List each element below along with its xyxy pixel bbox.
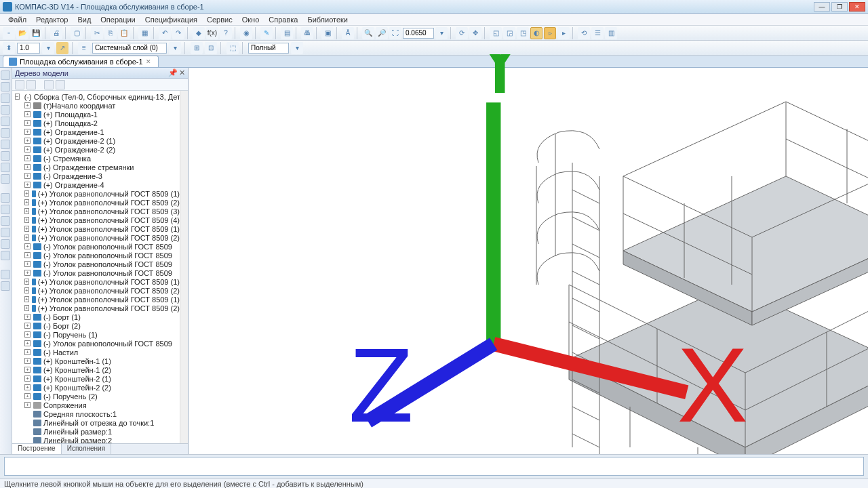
ptool-2[interactable]: [26, 80, 36, 89]
menu-operations[interactable]: Операции: [96, 14, 139, 25]
menu-libraries[interactable]: Библиотеки: [303, 14, 352, 25]
expand-icon[interactable]: +: [24, 261, 31, 267]
grid-icon[interactable]: ▤: [281, 27, 293, 39]
view4-icon[interactable]: ◐: [530, 27, 542, 39]
snap3-icon[interactable]: ⬚: [226, 42, 239, 54]
expand-icon[interactable]: +: [24, 208, 29, 214]
view1-icon[interactable]: ◱: [490, 27, 502, 39]
tree-item-label[interactable]: (т)Начало координат: [43, 102, 115, 110]
brush-icon[interactable]: ✎: [260, 27, 273, 39]
copy-icon[interactable]: ⎘: [104, 27, 117, 39]
lib-icon[interactable]: ◆: [193, 27, 205, 39]
new-win-icon[interactable]: ▣: [321, 27, 334, 39]
expand-icon[interactable]: +: [24, 199, 29, 205]
expand-icon[interactable]: +: [24, 173, 31, 179]
tree-item-label[interactable]: (+) Уголок равнополочный ГОСТ 8509 (2): [38, 199, 180, 207]
tree-item-label[interactable]: Средняя плоскость:1: [43, 410, 117, 418]
expand-icon[interactable]: +: [24, 243, 31, 249]
expand-icon[interactable]: +: [24, 120, 31, 126]
tree-item-label[interactable]: (+) Ограждение-4: [43, 181, 104, 189]
tree-item-label[interactable]: (+) Кронштейн-1 (2): [43, 366, 111, 374]
menu-view[interactable]: Вид: [73, 14, 95, 25]
maximize-button[interactable]: ❐: [831, 2, 848, 12]
strip-btn-17[interactable]: [1, 270, 10, 279]
expand-icon[interactable]: +: [24, 340, 31, 346]
expand-icon[interactable]: +: [24, 402, 31, 408]
preview-icon[interactable]: ▢: [71, 27, 83, 39]
strip-btn-16[interactable]: [1, 251, 10, 260]
expand-icon[interactable]: +: [24, 111, 31, 117]
tree-item-label[interactable]: (+) Площадка-2: [43, 119, 98, 127]
tree-item-label[interactable]: (+) Кронштейн-2 (1): [43, 375, 111, 383]
minimize-button[interactable]: —: [814, 2, 830, 12]
tree-item-label[interactable]: (+) Кронштейн-1 (1): [43, 357, 111, 365]
display-combo[interactable]: [248, 43, 289, 54]
expand-icon[interactable]: +: [24, 164, 31, 170]
zoom-in-icon[interactable]: 🔍: [362, 27, 374, 39]
tree-item-label[interactable]: (+) Ограждение-1: [43, 128, 104, 136]
zoom-input[interactable]: [403, 28, 434, 39]
new-icon[interactable]: ▫: [3, 27, 15, 39]
snap2-icon[interactable]: ⊡: [205, 42, 217, 54]
expand-icon[interactable]: +: [24, 358, 31, 364]
menu-file[interactable]: Файл: [4, 14, 31, 25]
expand-icon[interactable]: +: [24, 331, 31, 338]
doc-tab-close-icon[interactable]: ✕: [146, 58, 153, 65]
strip-btn-14[interactable]: [1, 228, 10, 237]
expand-icon[interactable]: +: [24, 349, 31, 355]
tree-item-label[interactable]: (-) Настил: [43, 348, 78, 357]
cut-icon[interactable]: ✂: [91, 27, 103, 39]
ptool-1[interactable]: [15, 80, 24, 89]
expand-icon[interactable]: +: [24, 287, 29, 293]
model-tree[interactable]: −(-) Сборка (Тел-0, Сборочных единиц-13,…: [12, 91, 180, 443]
layer-combo[interactable]: [92, 43, 167, 54]
ptool-3[interactable]: [44, 80, 54, 89]
expand-icon[interactable]: −: [15, 94, 20, 100]
command-input[interactable]: [4, 457, 864, 476]
pan-icon[interactable]: ✥: [469, 27, 481, 39]
var-icon[interactable]: f(x): [206, 27, 218, 39]
redo-icon[interactable]: ↷: [172, 27, 184, 39]
expand-icon[interactable]: +: [24, 270, 31, 276]
expand-icon[interactable]: +: [24, 367, 31, 373]
panel-close-icon[interactable]: ✕: [179, 68, 185, 77]
expand-icon[interactable]: +: [24, 226, 29, 232]
tree-item-label[interactable]: (+) Уголок равнополочный ГОСТ 8509 (2): [38, 287, 180, 295]
snap1-icon[interactable]: ⊞: [191, 42, 203, 54]
expand-icon[interactable]: +: [24, 305, 29, 311]
view2-icon[interactable]: ◲: [503, 27, 515, 39]
view3-icon[interactable]: ◳: [517, 27, 529, 39]
tree-item-label[interactable]: (-) Уголок равнополочный ГОСТ 8509: [43, 260, 172, 268]
strip-btn-12[interactable]: [1, 205, 10, 214]
tree-item-label[interactable]: (-) Борт (1): [43, 313, 81, 321]
expand-icon[interactable]: +: [24, 217, 29, 223]
step-icon[interactable]: ↗: [56, 42, 68, 54]
tree-item-label[interactable]: (+) Уголок равнополочный ГОСТ 8509 (1): [38, 278, 180, 286]
tree-item-label[interactable]: (+) Площадка-1: [43, 110, 98, 119]
view6-icon[interactable]: ▸: [557, 27, 570, 39]
menu-edit[interactable]: Редактор: [32, 14, 72, 25]
strip-btn-4[interactable]: [1, 105, 10, 115]
tree-item-label[interactable]: Линейный размер:1: [43, 428, 112, 436]
tree-scrollbar[interactable]: [180, 91, 188, 443]
dim-icon[interactable]: Ā: [342, 27, 354, 39]
tree-item-label[interactable]: Сопряжения: [43, 401, 87, 409]
ptool-4[interactable]: [56, 80, 65, 89]
tree-item-label[interactable]: (-) Борт (2): [43, 322, 81, 330]
panel-pin-icon[interactable]: 📌: [168, 68, 178, 77]
expand-icon[interactable]: +: [24, 296, 29, 302]
strip-btn-1[interactable]: [1, 70, 10, 80]
menu-spec[interactable]: Спецификация: [141, 14, 201, 25]
scale-input[interactable]: [17, 43, 40, 54]
strip-btn-6[interactable]: [1, 128, 10, 138]
printer2-icon[interactable]: 🖶: [301, 27, 313, 39]
doc-tab[interactable]: Площадка обслуживания в сборе-1 ✕: [3, 56, 159, 67]
strip-btn-15[interactable]: [1, 239, 10, 249]
tree-item-label[interactable]: (-) Уголок равнополочный ГОСТ 8509: [43, 243, 172, 251]
tree-item-label[interactable]: (-) Поручень (2): [43, 392, 98, 401]
tab-build[interactable]: Построение: [12, 444, 62, 454]
expand-icon[interactable]: +: [24, 182, 31, 188]
expand-icon[interactable]: +: [24, 375, 31, 382]
expand-icon[interactable]: +: [24, 235, 29, 241]
tree-item-label[interactable]: Линейный размер:2: [43, 436, 112, 444]
